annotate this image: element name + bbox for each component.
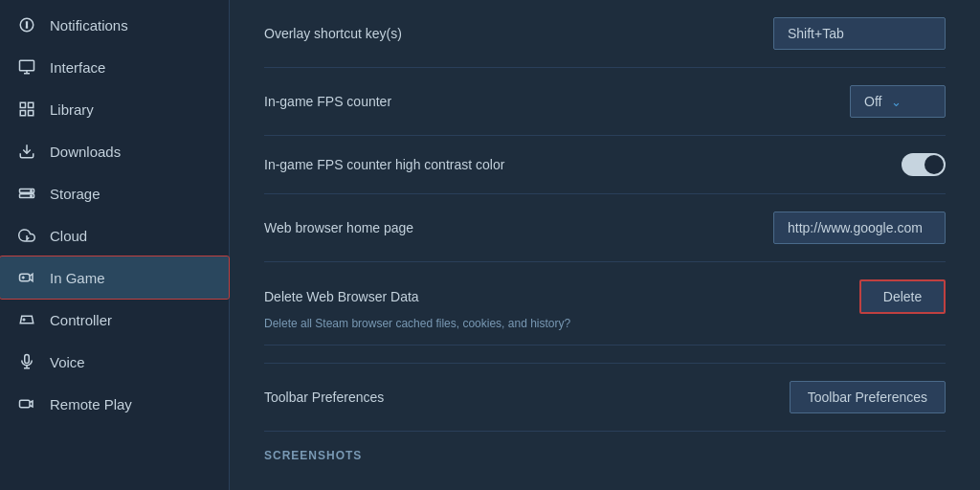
fps-counter-value: Off — [864, 94, 881, 109]
sidebar-item-label: Notifications — [50, 17, 128, 33]
delete-web-browser-sub: Delete all Steam browser cached files, c… — [264, 317, 570, 340]
fps-high-contrast-toggle[interactable] — [902, 153, 946, 176]
toggle-knob — [924, 155, 944, 174]
setting-overlay-shortcut: Overlay shortcut key(s) Shift+Tab — [264, 0, 946, 68]
sidebar-item-cloud[interactable]: Cloud — [0, 214, 229, 256]
setting-fps-counter: In-game FPS counter Off ⌄ — [264, 68, 946, 136]
delete-web-row: Delete Web Browser Data Delete — [264, 279, 946, 314]
mic-icon — [17, 352, 36, 371]
main-content: Overlay shortcut key(s) Shift+Tab In-gam… — [230, 0, 980, 490]
sidebar-item-label: Cloud — [50, 228, 87, 244]
sidebar-item-label: Interface — [50, 59, 105, 76]
web-browser-home-label: Web browser home page — [264, 220, 773, 235]
fps-high-contrast-control[interactable] — [902, 153, 946, 176]
svg-rect-5 — [20, 102, 25, 107]
svg-point-13 — [31, 195, 33, 197]
setting-web-browser-home: Web browser home page http://www.google.… — [264, 194, 946, 262]
delete-web-browser-desc: Delete all Steam browser cached files, c… — [264, 314, 946, 345]
svg-rect-2 — [20, 60, 34, 71]
sidebar-item-label: Downloads — [50, 144, 121, 160]
sidebar-item-label: Library — [50, 101, 94, 118]
toolbar-prefs-control: Toolbar Preferences — [790, 381, 946, 413]
remoteplay-icon — [17, 394, 36, 413]
sidebar-item-label: Remote Play — [50, 396, 132, 412]
overlay-shortcut-value[interactable]: Shift+Tab — [773, 17, 946, 50]
sidebar-item-storage[interactable]: Storage — [0, 172, 229, 214]
svg-rect-7 — [20, 111, 25, 116]
download-icon — [17, 142, 36, 161]
svg-rect-20 — [20, 400, 31, 408]
sidebar-item-voice[interactable]: Voice — [0, 341, 229, 383]
delete-button[interactable]: Delete — [859, 279, 946, 314]
sidebar-item-label: In Game — [50, 270, 105, 286]
setting-toolbar-prefs: Toolbar Preferences Toolbar Preferences — [264, 364, 946, 432]
setting-delete-web-browser: Delete Web Browser Data Delete Delete al… — [264, 262, 946, 364]
overlay-shortcut-control: Shift+Tab — [773, 17, 946, 50]
cloud-icon — [17, 226, 36, 245]
fps-counter-label: In-game FPS counter — [264, 94, 850, 109]
sidebar-item-label: Voice — [50, 354, 85, 370]
bell-icon: ! — [17, 15, 36, 34]
sidebar-item-interface[interactable]: Interface — [0, 46, 229, 88]
fps-counter-dropdown[interactable]: Off ⌄ — [850, 85, 946, 118]
svg-rect-8 — [29, 111, 33, 116]
svg-point-12 — [31, 190, 33, 192]
sidebar: ! Notifications Interface Library — [0, 0, 230, 490]
fps-high-contrast-label: In-game FPS counter high contrast color — [264, 157, 902, 172]
svg-rect-6 — [29, 102, 33, 107]
overlay-shortcut-label: Overlay shortcut key(s) — [264, 26, 773, 41]
storage-icon — [17, 184, 36, 203]
delete-web-browser-label: Delete Web Browser Data — [264, 289, 859, 304]
sidebar-item-label: Controller — [50, 312, 112, 328]
chevron-down-icon: ⌄ — [891, 95, 902, 109]
controller-icon — [17, 310, 36, 329]
web-browser-home-value[interactable]: http://www.google.com — [773, 212, 946, 244]
sidebar-item-downloads[interactable]: Downloads — [0, 130, 229, 172]
svg-rect-17 — [25, 355, 30, 364]
sidebar-item-remoteplay[interactable]: Remote Play — [0, 383, 229, 425]
delete-web-browser-control: Delete — [859, 279, 946, 314]
sidebar-item-ingame[interactable]: In Game — [0, 256, 229, 299]
sidebar-item-controller[interactable]: Controller — [0, 299, 229, 341]
sidebar-item-library[interactable]: Library — [0, 88, 229, 130]
sidebar-item-label: Storage — [50, 186, 100, 202]
sidebar-item-notifications[interactable]: ! Notifications — [0, 4, 229, 46]
screenshots-section-header: SCREENSHOTS — [264, 432, 946, 466]
monitor-icon — [17, 57, 36, 77]
toolbar-prefs-button[interactable]: Toolbar Preferences — [790, 381, 946, 413]
svg-text:!: ! — [26, 20, 29, 30]
gamepad-icon — [17, 268, 36, 287]
grid-icon — [17, 100, 36, 119]
setting-fps-high-contrast: In-game FPS counter high contrast color — [264, 136, 946, 194]
toolbar-prefs-label: Toolbar Preferences — [264, 390, 790, 405]
web-browser-home-control: http://www.google.com — [773, 212, 946, 244]
fps-counter-control[interactable]: Off ⌄ — [850, 85, 946, 118]
